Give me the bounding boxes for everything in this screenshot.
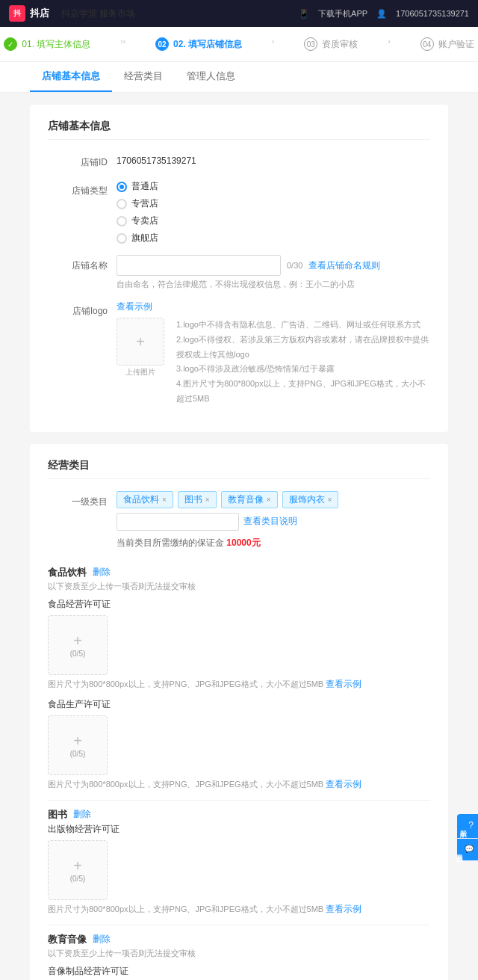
upload-plus-icon: +	[136, 334, 145, 349]
header-right: 📱 下载手机APP 👤 1706051735139271	[299, 8, 469, 19]
sub-cat-food: 食品饮料 删除 以下资质至少上传一项否则无法提交审核 食品经营许可证 + (0/…	[48, 566, 430, 791]
logo-upload-box-wrap: + 上传图片	[117, 318, 164, 377]
store-name-rule-link[interactable]: 查看店铺命名规则	[308, 259, 380, 272]
step-4: 04 账户验证	[420, 37, 474, 51]
user-icon: 👤	[376, 9, 387, 19]
store-name-hint: 自由命名，符合法律规范，不得出现侵权信息，例：王小二的小店	[117, 279, 430, 290]
radio-item-0[interactable]: 普通店	[117, 180, 430, 193]
cat-tag-2-close[interactable]: ×	[267, 496, 271, 504]
user-id: 1706051735139271	[396, 9, 469, 18]
cert-food-biz-count: (0/5)	[70, 650, 86, 658]
sub-cat-edu-hint: 以下资质至少上传一项否则无法提交审核	[48, 948, 430, 959]
step-1-num: ✓	[4, 37, 17, 51]
cert-food-biz-link[interactable]: 查看示例	[326, 679, 361, 689]
cert-food-biz-label: 食品经营许可证	[48, 598, 430, 611]
step-2-num: 02	[155, 37, 169, 51]
sub-cat-edu-title: 教育音像 删除	[48, 933, 430, 946]
cert-book-pub-label: 出版物经营许可证	[48, 823, 430, 836]
radio-item-2[interactable]: 专卖店	[117, 215, 430, 227]
contact-service-button[interactable]: 💬 联系商服	[457, 839, 478, 860]
radio-dot-0[interactable]	[117, 182, 127, 192]
store-name-row: 店铺名称 0/30 查看店铺命名规则 自由命名，符合法律规范，不得出现侵权信息，…	[48, 255, 430, 290]
divider-1	[48, 800, 430, 801]
radio-dot-1[interactable]	[117, 199, 127, 209]
cert-food-biz: 食品经营许可证 + (0/5) 图片尺寸为800*800px以上，支持PNG、J…	[48, 598, 430, 691]
tab-manager[interactable]: 管理人信息	[175, 62, 247, 92]
step-3-num: 03	[304, 37, 317, 51]
cert-food-biz-upload[interactable]: + (0/5)	[48, 615, 108, 675]
nav-market[interactable]: 服务市场	[99, 8, 135, 19]
bond-amount: 10000元	[226, 537, 260, 548]
help-icon: ?	[468, 820, 474, 830]
store-type-radio-group: 普通店 专营店 专卖店 旗舰店	[117, 180, 430, 244]
radio-dot-3[interactable]	[117, 233, 127, 244]
store-id-value: 1706051735139271	[117, 152, 430, 170]
tabs: 店铺基本信息 经营类目 管理人信息	[0, 62, 478, 93]
radio-item-3[interactable]: 旗舰店	[117, 232, 430, 244]
tab-basic-info[interactable]: 店铺基本信息	[30, 62, 112, 92]
store-logo-label: 店铺logo	[48, 301, 108, 318]
radio-label-3: 旗舰店	[131, 232, 158, 244]
header: 抖 抖店 抖店学堂 服务市场 📱 下载手机APP 👤 1706051735139…	[0, 0, 478, 27]
logo-icon: 抖	[9, 5, 25, 22]
phone-icon: 📱	[299, 9, 309, 19]
nav-academy[interactable]: 抖店学堂	[61, 8, 97, 19]
logo-example-link[interactable]: 查看示例	[117, 301, 152, 312]
category-title: 经营类目	[48, 459, 430, 479]
store-type-row: 店铺类型 普通店 专营店 专卖店	[48, 180, 430, 244]
sub-cat-food-hint: 以下资质至少上传一项否则无法提交审核	[48, 581, 430, 592]
sub-cat-food-title: 食品饮料 删除	[48, 566, 430, 579]
step-1: ✓ 01. 填写主体信息	[4, 37, 90, 51]
cert-book-pub-upload[interactable]: + (0/5)	[48, 840, 108, 900]
logo-hint-1: 2.logo不得侵权、若涉及第三方版权内容或素材，请在品牌授权中提供授权或上传其…	[176, 333, 430, 363]
step-3-label: 资质审核	[322, 38, 358, 51]
cert-food-biz-hint: 图片尺寸为800*800px以上，支持PNG、JPG和JPEG格式，大小不超过5…	[48, 678, 430, 691]
radio-label-2: 专卖店	[131, 215, 158, 227]
main-content: 店铺基本信息 店铺ID 1706051735139271 店铺类型 普通店 专营	[0, 93, 478, 980]
cert-food-prod: 食品生产许可证 + (0/5) 图片尺寸为800*800px以上，支持PNG、J…	[48, 698, 430, 791]
logo-hints: 1.logo中不得含有隐私信息、广告语、二维码、网址或任何联系方式 2.logo…	[176, 318, 430, 407]
store-name-input[interactable]	[117, 255, 281, 276]
step-2-label: 02. 填写店铺信息	[173, 38, 242, 51]
cert-book-pub-link[interactable]: 查看示例	[326, 904, 361, 914]
cat-tag-0-close[interactable]: ×	[162, 496, 167, 504]
logo: 抖 抖店	[9, 5, 49, 22]
logo-hint-0: 1.logo中不得含有隐私信息、广告语、二维码、网址或任何联系方式	[176, 318, 430, 333]
step-4-num: 04	[420, 37, 434, 51]
store-id-label: 店铺ID	[48, 152, 108, 169]
logo-hint-2: 3.logo不得涉及政治敏感/恐怖情策/过于暴露	[176, 362, 430, 377]
logo-upload-box[interactable]: +	[117, 318, 164, 366]
category-link[interactable]: 查看类目说明	[243, 515, 297, 528]
step-1-label: 01. 填写主体信息	[22, 38, 90, 51]
cert-edu-audio-label: 音像制品经营许可证	[48, 965, 430, 978]
cert-food-prod-link[interactable]: 查看示例	[326, 779, 361, 789]
store-name-count: 0/30	[287, 261, 302, 270]
category-section: 经营类目 一级类目 食品饮料 × 图书 × 教育音像 ×	[30, 444, 448, 980]
cert-food-prod-upload[interactable]: + (0/5)	[48, 715, 108, 775]
sub-cat-edu-del[interactable]: 删除	[93, 933, 111, 946]
tab-category[interactable]: 经营类目	[112, 62, 175, 92]
sub-cat-food-del[interactable]: 删除	[93, 566, 111, 579]
download-app[interactable]: 下载手机APP	[318, 8, 367, 19]
header-nav: 抖店学堂 服务市场	[61, 7, 135, 20]
radio-dot-2[interactable]	[117, 216, 127, 226]
cat-tag-3-close[interactable]: ×	[328, 496, 332, 504]
radio-label-1: 专营店	[131, 197, 158, 210]
step-3: 03 资质审核	[304, 37, 358, 51]
cat-tag-1-close[interactable]: ×	[205, 496, 210, 504]
divider-2	[48, 925, 430, 925]
upload-label: 上传图片	[125, 367, 155, 377]
float-service: ? 帮助中心 💬 联系商服	[457, 814, 478, 860]
step-arrow-3: ›	[388, 37, 390, 51]
category-input[interactable]	[117, 513, 239, 531]
cert-book-pub-count: (0/5)	[70, 875, 86, 883]
logo-hint-3: 4.图片尺寸为800*800px以上，支持PNG、JPG和JPEG格式，大小不超…	[176, 377, 430, 407]
store-basic-section: 店铺基本信息 店铺ID 1706051735139271 店铺类型 普通店 专营	[30, 105, 448, 432]
cat-tag-0: 食品饮料 ×	[117, 491, 173, 508]
help-center-button[interactable]: ? 帮助中心	[457, 814, 478, 838]
store-basic-title: 店铺基本信息	[48, 120, 430, 140]
cat-tag-2: 教育音像 ×	[221, 491, 278, 508]
sub-cat-book-del[interactable]: 删除	[73, 808, 91, 821]
radio-item-1[interactable]: 专营店	[117, 197, 430, 210]
cert-food-prod-count: (0/5)	[70, 750, 86, 758]
